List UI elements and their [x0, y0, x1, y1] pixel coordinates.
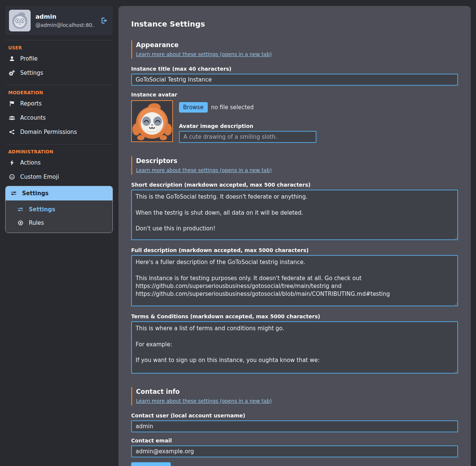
bolt-icon — [8, 160, 15, 166]
contact-user-input[interactable] — [131, 420, 458, 432]
contact-user-label: Contact user (local account username) — [131, 413, 458, 419]
section-header-descriptors: Descriptors Learn more about these setti… — [131, 156, 458, 175]
full-description-textarea[interactable]: Here's a fuller description of the GoToS… — [131, 255, 458, 306]
flag-icon — [8, 101, 15, 107]
sidebar-item-label: Custom Emoji — [20, 174, 59, 180]
user-handle: @admin@localhost:80... — [35, 22, 95, 28]
sidebar-item-label: Domain Permissions — [20, 129, 77, 135]
user-icon — [8, 56, 15, 62]
section-heading: Appearance — [136, 41, 458, 49]
nav-section-label: ADMINISTRATION — [5, 148, 113, 156]
page-title: Instance Settings — [131, 19, 458, 28]
learn-more-link[interactable]: Learn more about these settings (opens i… — [136, 51, 272, 57]
instance-title-label: Instance title (max 40 characters) — [131, 66, 458, 72]
learn-more-link[interactable]: Learn more about these settings (opens i… — [136, 398, 272, 404]
short-description-textarea[interactable]: This is the GoToSocial testrig. It doesn… — [131, 190, 458, 240]
nav-section-moderation: MODERATION Reports Accounts — [5, 85, 113, 139]
sign-out-icon — [100, 16, 108, 25]
users-icon — [8, 115, 15, 121]
sidebar-item-custom-emoji[interactable]: Custom Emoji — [5, 170, 113, 184]
sidebar-item-settings-active[interactable]: Settings — [6, 186, 112, 200]
app-layout: admin @admin@localhost:80... USER Profil… — [0, 0, 476, 466]
section-heading: Contact info — [136, 388, 458, 395]
contact-email-label: Contact email — [131, 438, 458, 444]
settings-nav-group: Settings Settings — [5, 186, 113, 233]
sidebar-item-actions[interactable]: Actions — [5, 156, 113, 170]
user-avatar — [9, 10, 31, 31]
settings-submenu: Settings Rules — [6, 200, 112, 233]
full-description-label: Full description (markdown accepted, max… — [131, 247, 458, 253]
nav-section-administration: ADMINISTRATION Actions Custom Emoji — [5, 144, 113, 233]
sidebar-item-label: Reports — [20, 100, 42, 107]
contact-email-input[interactable] — [131, 445, 458, 457]
sidebar-item-label: Actions — [20, 159, 41, 166]
sloth-avatar-orange — [132, 101, 172, 141]
instance-title-input[interactable] — [131, 74, 458, 86]
sliders-icon — [17, 206, 24, 212]
terms-label: Terms & Conditions (markdown accepted, m… — [131, 313, 458, 319]
logout-button[interactable] — [99, 16, 109, 25]
section-header-appearance: Appearance Learn more about these settin… — [131, 40, 458, 59]
sidebar-item-label: Profile — [20, 55, 38, 62]
share-nodes-icon — [8, 129, 15, 135]
section-heading: Descriptors — [136, 157, 458, 165]
submenu-item-rules[interactable]: Rules — [6, 216, 112, 230]
short-description-label: Short description (markdown accepted, ma… — [131, 182, 458, 188]
save-button[interactable]: Save — [131, 462, 171, 466]
sloth-avatar-gray — [9, 10, 31, 31]
submenu-item-label: Settings — [29, 206, 55, 213]
circle-dot-icon — [17, 220, 24, 226]
instance-avatar-preview — [131, 100, 173, 142]
instance-avatar-label: Instance avatar — [131, 92, 458, 98]
file-status-text: no file selected — [211, 104, 254, 111]
nav-section-user: USER Profile — [5, 40, 113, 80]
browse-button[interactable]: Browse — [179, 102, 208, 113]
sidebar-item-reports[interactable]: Reports — [5, 96, 113, 111]
sidebar-item-label: Settings — [20, 70, 43, 76]
sidebar: admin @admin@localhost:80... USER Profil… — [5, 6, 113, 233]
sidebar-item-user-settings[interactable]: Settings — [5, 66, 113, 80]
submenu-item-settings[interactable]: Settings — [6, 203, 112, 216]
user-name: admin — [35, 13, 95, 20]
nav-section-label: USER — [5, 44, 113, 52]
submenu-item-label: Rules — [29, 220, 44, 226]
avatar-description-label: Avatar image description — [179, 123, 316, 129]
smiley-icon — [8, 174, 15, 180]
terms-textarea[interactable]: This is where a list of terms and condit… — [131, 321, 458, 374]
sidebar-item-label: Settings — [22, 190, 49, 197]
sidebar-item-domain-permissions[interactable]: Domain Permissions — [5, 125, 113, 139]
sidebar-item-profile[interactable]: Profile — [5, 52, 113, 66]
learn-more-link[interactable]: Learn more about these settings (opens i… — [136, 167, 272, 173]
instance-avatar-block: Browse no file selected Avatar image des… — [131, 100, 458, 143]
sliders-icon — [10, 190, 17, 196]
gears-icon — [8, 70, 15, 76]
avatar-description-input[interactable] — [179, 131, 316, 143]
user-info: admin @admin@localhost:80... — [35, 13, 95, 28]
nav-section-label: MODERATION — [5, 89, 113, 96]
user-card: admin @admin@localhost:80... — [5, 6, 113, 35]
main-panel: Instance Settings Appearance Learn more … — [118, 6, 471, 466]
instance-avatar-controls: Browse no file selected Avatar image des… — [179, 100, 316, 143]
section-header-contact: Contact info Learn more about these sett… — [131, 387, 458, 405]
sidebar-item-label: Accounts — [20, 114, 46, 121]
file-input-row: Browse no file selected — [179, 102, 316, 113]
sidebar-item-accounts[interactable]: Accounts — [5, 111, 113, 125]
